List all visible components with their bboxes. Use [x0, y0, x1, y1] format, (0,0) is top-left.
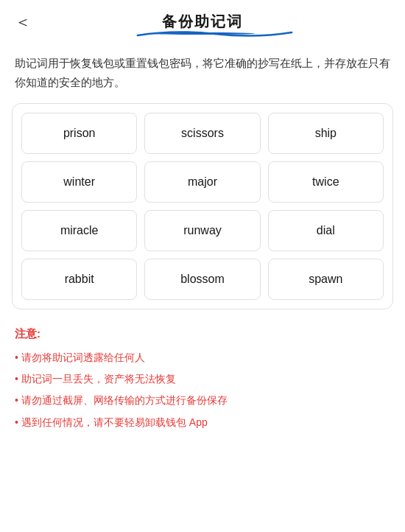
mnemonic-word: scissors: [144, 113, 260, 154]
mnemonic-word: runway: [144, 210, 260, 251]
mnemonic-word: major: [144, 161, 260, 203]
notice-item: •助记词一旦丢失，资产将无法恢复: [15, 370, 390, 388]
notice-bullet: •: [15, 370, 18, 388]
notice-bullet: •: [15, 391, 18, 410]
mnemonic-word: twice: [268, 161, 384, 203]
page-title: 备份助记词: [162, 13, 243, 29]
notice-item-text: 助记词一旦丢失，资产将无法恢复: [21, 370, 176, 388]
mnemonic-word: dial: [268, 210, 384, 251]
mnemonic-word: blossom: [144, 259, 260, 300]
description-text: 助记词用于恢复钱包或重置钱包密码，将它准确的抄写在纸上，并存放在只有你知道的安全…: [0, 39, 405, 103]
notice-item-text: 请勿将助记词透露给任何人: [21, 349, 145, 367]
title-underline-decoration: [150, 32, 256, 35]
notice-item-text: 请勿通过截屏、网络传输的方式进行备份保存: [21, 391, 228, 410]
notice-bullet: •: [15, 413, 18, 432]
back-button[interactable]: ＜: [15, 11, 31, 33]
mnemonic-grid: prisonscissorsshipwintermajortwicemiracl…: [21, 113, 384, 300]
notice-bullet: •: [15, 349, 18, 367]
mnemonic-word: winter: [21, 161, 137, 203]
notice-title: 注意:: [15, 327, 390, 341]
header: ＜ 备份助记词: [0, 0, 405, 39]
notice-item-text: 遇到任何情况，请不要轻易卸载钱包 App: [21, 413, 208, 432]
notice-item: •请勿将助记词透露给任何人: [15, 349, 390, 367]
title-wrapper: 备份助记词: [162, 12, 243, 32]
mnemonic-word: spawn: [268, 259, 384, 300]
mnemonic-container: prisonscissorsshipwintermajortwicemiracl…: [12, 103, 393, 309]
notice-section: 注意: •请勿将助记词透露给任何人•助记词一旦丢失，资产将无法恢复•请勿通过截屏…: [0, 309, 405, 449]
notice-item: •请勿通过截屏、网络传输的方式进行备份保存: [15, 391, 390, 410]
mnemonic-word: rabbit: [21, 259, 137, 300]
mnemonic-word: miracle: [21, 210, 137, 251]
mnemonic-word: ship: [268, 113, 384, 154]
mnemonic-word: prison: [21, 113, 137, 154]
notice-item: •遇到任何情况，请不要轻易卸载钱包 App: [15, 413, 390, 432]
